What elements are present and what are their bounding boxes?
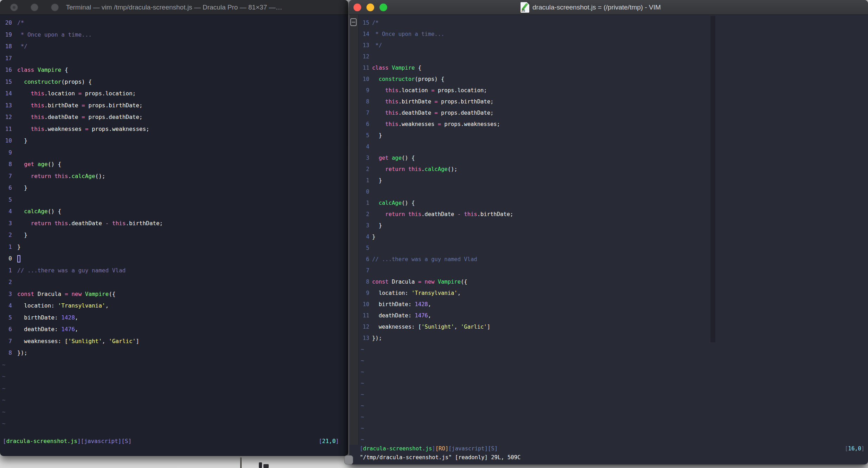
code-line: 10 birthDate: 1428, [359,299,868,310]
status-segment: ] [336,438,339,444]
code-line: 10 } [0,135,348,147]
code-line: 0 [359,186,868,197]
code-line: 2 return this.deathDate - this.birthDate… [359,209,868,220]
code-line: 12 [359,51,868,62]
code-token: { [415,65,421,71]
line-number: 4 [2,208,12,215]
code-token: } [17,184,27,191]
status-segment: ] [77,438,81,444]
code-token: (); [448,166,458,172]
line-number: 8 [361,279,369,285]
code-token [68,291,72,297]
code-token: .deathDate [68,220,106,227]
code-token: = [78,90,82,97]
code-token: 1476 [61,326,75,333]
code-token: , [75,314,78,321]
vim-buffer-right[interactable]: 15/*14 * Once upon a time...13 */1211cla… [359,15,868,464]
scrollbar-thumb[interactable] [350,18,357,26]
tilde-marker: ~ [361,358,364,364]
line-number: 5 [361,132,369,139]
code-token [461,211,464,217]
code-token: - [458,211,461,217]
tilde-marker: ~ [2,385,6,392]
code-token: location: [17,302,58,309]
code-token: . [421,166,425,172]
code-token: - [105,220,109,227]
line-number: 7 [361,110,369,116]
code-token: } [372,177,382,184]
ruler-position: [21,0] [319,436,339,446]
code-token [17,114,31,120]
code-token [51,220,55,227]
code-token [372,110,385,116]
code-token: Dracula [34,291,65,297]
code-token: , [458,290,461,296]
line-number: 18 [2,43,12,50]
code-line: 8 this.birthDate = props.birthDate; [359,96,868,107]
line-number: 10 [361,76,369,82]
line-number: 16 [2,67,12,73]
code-token: 1428 [415,301,428,308]
zoom-button-icon[interactable] [379,4,387,11]
status-segment: [ [845,445,848,452]
code-token [405,166,408,172]
code-line: 13 */ [359,40,868,51]
vim-buffer-left[interactable]: 20/*19 * Once upon a time...18 */1716cla… [0,15,348,456]
close-button-icon[interactable] [353,4,361,11]
code-token: calcAge [379,200,402,206]
code-token: new [425,279,434,285]
code-token: props.deathDate; [85,114,143,120]
code-line: 4 location: 'Transylvania', [0,300,348,312]
status-segment: [javascript] [448,445,488,452]
code-line: 11 deathDate: 1476, [359,310,868,321]
code-token: return [385,166,405,172]
code-token [372,155,379,161]
code-token: return [31,173,51,179]
code-token: ({ [461,279,467,285]
code-token [17,220,31,227]
code-token: props.birthDate; [438,99,494,105]
status-segment: 16,0 [848,445,861,452]
line-number: 13 [361,42,369,49]
code-line: 13 this.birthDate = props.birthDate; [0,100,348,112]
document-proxy-icon[interactable]: JS [521,2,529,13]
code-token: 'Sunlight' [68,338,102,344]
code-token: , [428,301,431,308]
empty-line-tilde: ~ [359,344,868,355]
scrollbar-end-cap[interactable] [344,455,353,464]
code-token: this [385,99,398,105]
code-token: const [17,291,34,297]
line-number: 6 [361,256,369,263]
code-token: get [24,161,34,167]
code-token: } [17,232,27,238]
status-segment: ] [861,445,864,452]
tilde-marker: ~ [2,409,6,415]
code-line: 17 [0,52,348,64]
status-segment: dracula-screenshot.js [6,438,77,444]
code-token [434,279,438,285]
code-token: props.location; [82,90,136,97]
line-number: 11 [2,126,12,132]
code-token: }); [372,335,382,341]
line-number: 3 [361,155,369,161]
code-line: 2 } [0,229,348,241]
code-token: 1428 [61,314,75,321]
terminal-titlebar[interactable]: Terminal — vim /tmp/dracula-screenshot.j… [0,0,348,15]
macvim-titlebar[interactable]: JS dracula-screenshot.js = (/private/tmp… [349,0,868,15]
line-number: 14 [2,90,12,97]
minimize-button-icon[interactable] [366,4,374,11]
tilde-marker: ~ [2,373,6,380]
code-line: 7 weaknesses: ['Sunlight', 'Garlic'] [0,335,348,347]
macvim-window: JS dracula-screenshot.js = (/private/tmp… [349,0,868,464]
code-token: Dracula [389,279,418,285]
line-number: 1 [361,200,369,206]
code-token: Vampire [438,279,461,285]
code-token [109,220,112,227]
code-token: () { [402,200,415,206]
line-number: 2 [361,166,369,172]
code-token: 'Garlic' [461,324,487,330]
code-token: = [82,102,85,109]
code-token [372,200,379,206]
line-number: 15 [2,78,12,85]
scrollbar-track[interactable] [349,15,359,445]
